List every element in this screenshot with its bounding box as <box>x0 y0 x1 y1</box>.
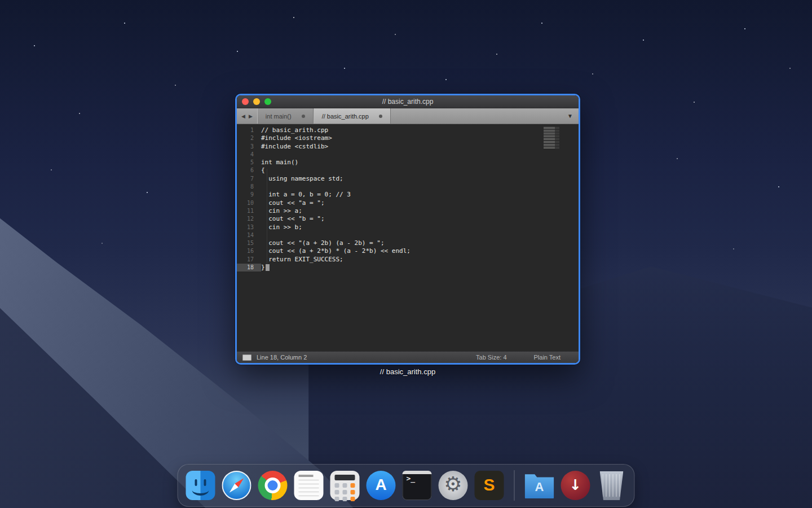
code-line-1[interactable]: 1// basic_arith.cpp <box>237 126 579 134</box>
line-number: 3 <box>237 143 261 151</box>
back-icon[interactable]: ◀ <box>241 113 245 119</box>
textedit-icon[interactable] <box>294 471 324 500</box>
code-text: #include <iostream> <box>261 134 332 142</box>
line-number: 18 <box>237 264 261 271</box>
line-number: 5 <box>237 159 261 167</box>
line-number: 7 <box>237 175 261 183</box>
appstore-icon[interactable] <box>367 471 396 500</box>
tab-overflow-icon[interactable]: ▼ <box>562 113 579 119</box>
trash-icon[interactable] <box>597 471 626 500</box>
tab-size-control[interactable]: Tab Size: 4 <box>476 354 506 361</box>
applicationsfolder-icon[interactable] <box>525 471 554 500</box>
line-number: 8 <box>237 183 261 191</box>
title-bar[interactable]: // basic_arith.cpp <box>237 95 579 108</box>
sublimetext-icon[interactable] <box>475 471 504 500</box>
line-number: 1 <box>237 126 261 134</box>
window-body: // basic_arith.cpp ◀ ▶ int main()// basi… <box>237 95 579 363</box>
editor-area[interactable]: 1// basic_arith.cpp2#include <iostream>3… <box>237 124 579 351</box>
line-number: 11 <box>237 207 261 215</box>
code-text: cout << "b = "; <box>261 215 325 223</box>
forward-icon[interactable]: ▶ <box>249 113 253 119</box>
history-nav: ◀ ▶ <box>237 108 257 124</box>
vintage-mode-icon[interactable] <box>242 354 251 361</box>
minimize-button[interactable] <box>253 98 260 105</box>
code-text: } <box>261 264 265 271</box>
code-text: #include <cstdlib> <box>261 143 328 151</box>
cursor-position-label: Line 18, Column 2 <box>257 354 307 361</box>
calculator-icon[interactable] <box>330 471 360 500</box>
redapp-icon[interactable] <box>561 471 590 500</box>
syntax-selector[interactable]: Plain Text <box>534 354 561 361</box>
systempreferences-icon[interactable] <box>439 471 468 500</box>
stars <box>0 0 1 1</box>
code-text: using namespace std; <box>261 175 343 183</box>
line-number: 4 <box>237 151 261 159</box>
line-number: 6 <box>237 167 261 174</box>
line-number: 13 <box>237 224 261 231</box>
minimap[interactable] <box>544 127 559 148</box>
chrome-icon[interactable] <box>258 471 288 500</box>
close-button[interactable] <box>242 98 249 105</box>
code-line-8[interactable]: 8 <box>237 183 579 191</box>
tab-modified-dot-icon[interactable] <box>302 115 305 118</box>
screenshot-caption: // basic_arith.cpp <box>235 367 580 376</box>
code-line-16[interactable]: 16 cout << (a + 2*b) * (a - 2*b) << endl… <box>237 247 579 255</box>
code-line-7[interactable]: 7 using namespace std; <box>237 175 579 183</box>
code-text: cout << (a + 2*b) * (a - 2*b) << endl; <box>261 247 411 255</box>
code-line-13[interactable]: 13 cin >> b; <box>237 224 579 231</box>
code-line-11[interactable]: 11 cin >> a; <box>237 207 579 215</box>
line-number: 17 <box>237 256 261 264</box>
window-title: // basic_arith.cpp <box>237 98 579 106</box>
code-text: // basic_arith.cpp <box>261 126 328 134</box>
tabs-container: int main()// basic_arith.cpp <box>257 108 391 124</box>
code-text: cout << "a = "; <box>261 199 325 207</box>
tab-2[interactable]: // basic_arith.cpp <box>314 108 391 124</box>
tab-bar: ◀ ▶ int main()// basic_arith.cpp ▼ <box>237 108 579 124</box>
zoom-button[interactable] <box>264 98 271 105</box>
code-view: 1// basic_arith.cpp2#include <iostream>3… <box>237 126 579 271</box>
code-line-5[interactable]: 5int main() <box>237 159 579 167</box>
code-line-6[interactable]: 6{ <box>237 167 579 174</box>
code-text: { <box>261 167 265 174</box>
finder-icon[interactable] <box>186 471 215 500</box>
code-text: int main() <box>261 159 298 167</box>
code-line-2[interactable]: 2#include <iostream> <box>237 134 579 142</box>
code-line-18[interactable]: 18} <box>237 264 579 271</box>
code-line-4[interactable]: 4 <box>237 151 579 159</box>
tab-1[interactable]: int main() <box>257 108 314 124</box>
code-line-12[interactable]: 12 cout << "b = "; <box>237 215 579 223</box>
code-line-17[interactable]: 17 return EXIT_SUCCESS; <box>237 256 579 264</box>
line-number: 14 <box>237 231 261 239</box>
tab-label: // basic_arith.cpp <box>322 113 369 120</box>
code-line-3[interactable]: 3#include <cstdlib> <box>237 143 579 151</box>
terminal-icon[interactable] <box>403 471 432 500</box>
line-number: 2 <box>237 134 261 142</box>
dock <box>178 464 635 507</box>
status-bar: Line 18, Column 2 Tab Size: 4 Plain Text <box>237 351 579 363</box>
code-line-10[interactable]: 10 cout << "a = "; <box>237 199 579 207</box>
text-cursor <box>266 264 270 271</box>
code-line-14[interactable]: 14 <box>237 231 579 239</box>
code-line-15[interactable]: 15 cout << "(a + 2b) (a - 2b) = "; <box>237 239 579 247</box>
code-text: return EXIT_SUCCESS; <box>261 256 343 264</box>
code-text: int a = 0, b = 0; // 3 <box>261 191 351 199</box>
line-number: 10 <box>237 199 261 207</box>
line-number: 12 <box>237 215 261 223</box>
safari-icon[interactable] <box>222 471 251 500</box>
line-number: 16 <box>237 247 261 255</box>
sublime-text-window: // basic_arith.cpp ◀ ▶ int main()// basi… <box>235 94 580 365</box>
tab-label: int main() <box>266 113 292 120</box>
traffic-lights <box>242 98 271 105</box>
tab-modified-dot-icon[interactable] <box>379 115 382 118</box>
code-text: cout << "(a + 2b) (a - 2b) = "; <box>261 239 385 247</box>
code-line-9[interactable]: 9 int a = 0, b = 0; // 3 <box>237 191 579 199</box>
dock-separator <box>514 470 515 501</box>
line-number: 9 <box>237 191 261 199</box>
indent-guide <box>267 169 267 265</box>
desktop: // basic_arith.cpp ◀ ▶ int main()// basi… <box>0 0 812 508</box>
dock-tray <box>178 464 635 507</box>
line-number: 15 <box>237 239 261 247</box>
